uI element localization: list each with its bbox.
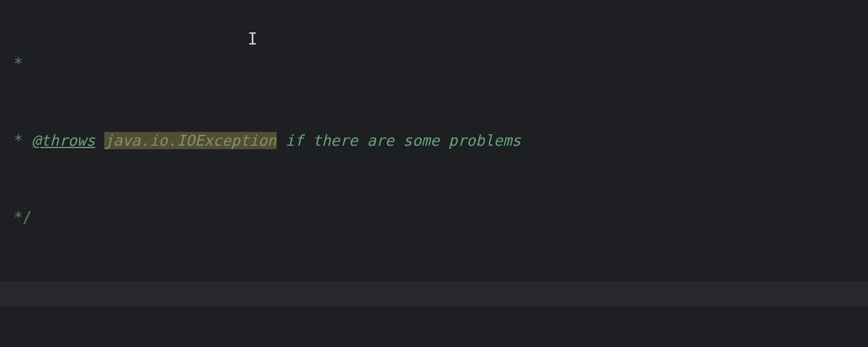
blank-line[interactable] (0, 281, 868, 307)
code-editor[interactable]: * * @throws java.io.IOException if there… (0, 0, 868, 347)
javadoc-star: * (5, 132, 32, 149)
javadoc-line-throws[interactable]: * @throws java.io.IOException if there a… (0, 128, 868, 153)
javadoc-close-line[interactable]: */ (0, 205, 868, 230)
javadoc-exception-ref[interactable]: java.io.IOException (104, 132, 276, 149)
text-cursor-icon: I (248, 25, 258, 53)
javadoc-close: */ (5, 209, 32, 226)
javadoc-line[interactable]: * (0, 51, 868, 76)
javadoc-star: * (5, 55, 23, 72)
javadoc-desc: if there are some problems (277, 132, 521, 149)
javadoc-throws-tag[interactable]: @throws (32, 132, 95, 149)
